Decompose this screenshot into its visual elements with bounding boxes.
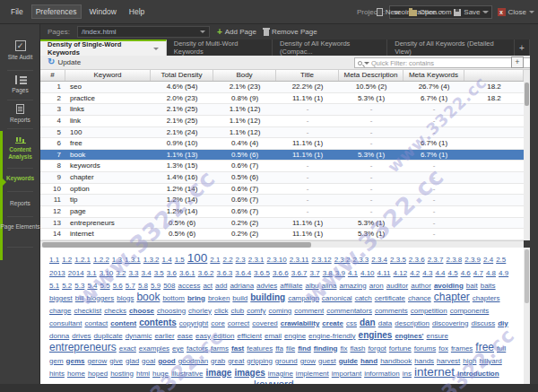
menu-window[interactable]: Window: [85, 4, 121, 19]
column-header-#[interactable]: #: [40, 70, 65, 81]
table-row[interactable]: 8keywords1.3% (15)0.6% (7)---: [40, 161, 524, 172]
tag-link[interactable]: 1.5: [175, 257, 185, 264]
tag-link[interactable]: finding: [314, 345, 338, 353]
tag-link[interactable]: glad: [126, 358, 139, 365]
update-button[interactable]: ↻ Update: [48, 57, 81, 66]
tag-link[interactable]: full: [497, 345, 506, 353]
table-row[interactable]: 12page1.2% (14)0.6% (7)---: [40, 206, 524, 218]
tag-link[interactable]: free: [475, 342, 494, 353]
tag-link[interactable]: 3.4: [142, 270, 152, 277]
tag-link[interactable]: comment: [294, 308, 324, 315]
table-row[interactable]: 2practice2.0% (23)0.8% (9)11.1% (1)5.3% …: [40, 93, 524, 105]
tag-link[interactable]: 4.6: [461, 270, 471, 277]
tag-link[interactable]: ease: [178, 333, 193, 340]
tag-link[interactable]: commentators: [326, 308, 372, 315]
tag-link[interactable]: 3.7: [310, 270, 320, 277]
tag-link[interactable]: consultant: [49, 320, 82, 327]
tag-link[interactable]: 1.2.1: [74, 257, 91, 264]
tag-link[interactable]: fix: [340, 345, 347, 353]
tag-link[interactable]: 4.2: [410, 270, 420, 277]
tag-link[interactable]: 4.1: [348, 270, 358, 277]
tag-link[interactable]: chorley: [188, 308, 212, 315]
tag-link[interactable]: charge: [49, 308, 71, 315]
tag-link[interactable]: gems: [66, 358, 85, 365]
table-row[interactable]: 1seo4.6% (54)2.1% (23)22.2% (2)10.5% (2)…: [40, 82, 524, 93]
tag-link[interactable]: 1.2: [62, 257, 72, 264]
tag-link[interactable]: 2.3.6: [409, 257, 425, 264]
sidebar-item-reports-2[interactable]: Reports: [0, 200, 40, 207]
tag-link[interactable]: farms: [211, 345, 229, 353]
tag-link[interactable]: donna: [49, 333, 69, 340]
tag-link[interactable]: advies: [256, 283, 277, 290]
tag-link[interactable]: harvest: [437, 358, 460, 365]
tag-link[interactable]: engine-friendly: [308, 333, 355, 340]
tag-link[interactable]: bloggers: [87, 295, 115, 302]
add-tab-button[interactable]: +: [515, 39, 530, 56]
tag-link[interactable]: bait: [466, 283, 478, 290]
tag-link[interactable]: description: [395, 320, 430, 327]
table-row[interactable]: 7book1.1% (13)0.5% (6)11.1% (1)5.3% (1)6…: [40, 150, 524, 161]
tag-link[interactable]: duplicate: [94, 333, 123, 340]
tag-link[interactable]: build: [232, 295, 247, 302]
tag-link[interactable]: gripping: [247, 358, 272, 365]
open-project-button[interactable]: Open: [409, 8, 446, 16]
tag-link[interactable]: forgot: [368, 345, 386, 353]
tag-link[interactable]: albu: [305, 283, 318, 290]
sidebar-item-keywords[interactable]: Keywords: [0, 175, 40, 182]
tag-link[interactable]: act: [203, 283, 213, 290]
tag-link[interactable]: guide: [339, 358, 358, 365]
tag-link[interactable]: 4.11: [377, 270, 391, 277]
tag-link[interactable]: adriana: [230, 283, 254, 290]
tag-link[interactable]: hoped: [88, 370, 108, 378]
tag-link[interactable]: 2.3.5: [390, 257, 406, 264]
tag-link[interactable]: 2014: [68, 270, 84, 277]
tag-link[interactable]: forums: [414, 345, 436, 353]
tag-link[interactable]: covered: [252, 320, 277, 327]
column-header-Title[interactable]: Title: [276, 70, 339, 81]
table-scrollbar-thumb[interactable]: [525, 83, 529, 106]
tag-link[interactable]: engine: [284, 333, 306, 340]
tag-link[interactable]: 4.5: [448, 270, 458, 277]
tag-link[interactable]: 2.3.4: [371, 257, 387, 264]
tag-link[interactable]: catch: [355, 295, 372, 302]
tag-link[interactable]: 2.3.11: [290, 257, 309, 264]
tag-link[interactable]: high: [463, 358, 476, 365]
tag-link[interactable]: 2.3.3: [352, 257, 369, 264]
add-column-button[interactable]: +: [511, 57, 524, 68]
chevron-down-icon[interactable]: [364, 62, 369, 65]
tag-link[interactable]: great: [228, 358, 244, 365]
menu-preferences[interactable]: Preferences: [31, 4, 82, 19]
tag-link[interactable]: information: [364, 370, 400, 378]
tag-link[interactable]: diy: [498, 320, 508, 327]
tag-link[interactable]: internet: [414, 366, 455, 379]
tag-link[interactable]: access: [178, 283, 200, 290]
tag-link[interactable]: edition: [213, 333, 235, 340]
tag-link[interactable]: 3.6.4: [235, 270, 251, 277]
tab-3[interactable]: Density of All Keywords (Detailed View): [387, 39, 515, 56]
tag-link[interactable]: components: [450, 308, 490, 315]
tag-link[interactable]: 2.3.1: [248, 257, 265, 264]
tag-link[interactable]: fortune: [389, 345, 412, 353]
tag-link[interactable]: gem: [49, 358, 64, 365]
tag-link[interactable]: canonical: [322, 295, 352, 302]
tab-0[interactable]: Density of Single-Word Keywords: [40, 39, 167, 56]
tag-link[interactable]: 5.5: [100, 283, 110, 290]
sidebar-item-site-audit[interactable]: ✓ Site Audit: [0, 40, 40, 61]
tag-link[interactable]: gerow: [87, 358, 107, 365]
column-header-Total Density[interactable]: Total Density: [151, 70, 213, 81]
column-header-Meta Keywords[interactable]: Meta Keywords: [404, 70, 464, 81]
tag-link[interactable]: discovering: [432, 320, 468, 327]
save-project-button[interactable]: Save: [454, 8, 488, 16]
tag-link[interactable]: examples: [139, 345, 169, 353]
tag-link[interactable]: 4.8: [486, 270, 496, 277]
tag-link[interactable]: bill: [75, 295, 84, 302]
tag-link[interactable]: eye: [172, 345, 184, 353]
table-row[interactable]: 51002.1% (24)1.1% (12)---: [40, 127, 524, 139]
tag-link[interactable]: chapters: [473, 295, 500, 302]
tag-link[interactable]: implement: [296, 370, 329, 378]
tag-link[interactable]: illustrative: [171, 370, 204, 378]
tag-link[interactable]: 2.3.10: [267, 257, 287, 264]
tag-link[interactable]: 3.2: [116, 270, 126, 277]
tag-link[interactable]: certificate: [375, 295, 405, 302]
tag-link[interactable]: amazing: [339, 283, 366, 290]
